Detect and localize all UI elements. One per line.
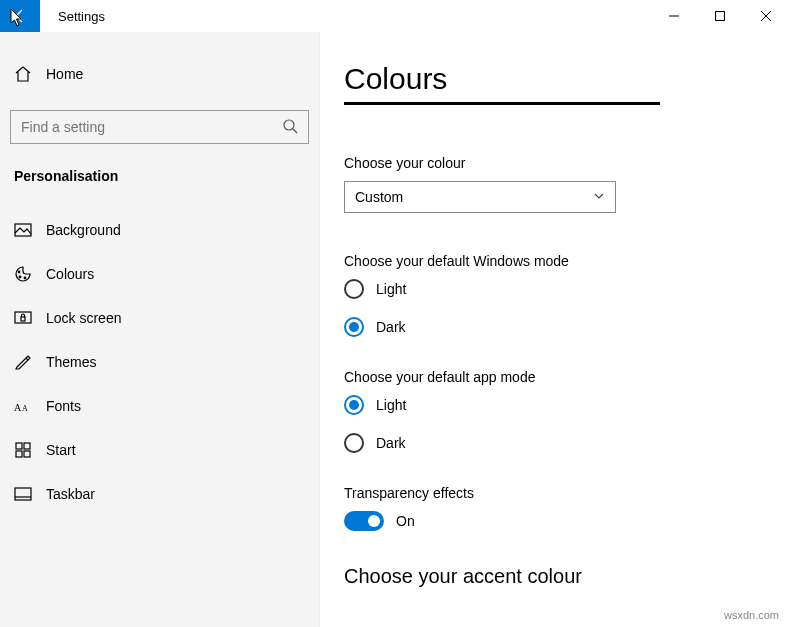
svg-point-7 [18,271,20,273]
category-header: Personalisation [0,168,319,184]
back-button[interactable] [0,0,40,32]
nav-start[interactable]: Start [0,428,319,472]
svg-rect-1 [716,12,725,21]
windows-mode-light[interactable]: Light [344,279,789,299]
app-mode-dark[interactable]: Dark [344,433,789,453]
page-title: Colours [344,62,789,96]
transparency-label: Transparency effects [344,485,789,501]
nav-label: Colours [46,266,94,282]
palette-icon [14,265,32,283]
radio-icon [344,433,364,453]
image-icon [14,221,32,239]
svg-line-5 [293,129,297,133]
app-mode-light[interactable]: Light [344,395,789,415]
search-field[interactable] [21,119,282,135]
title-underline [344,102,660,105]
window-title: Settings [58,9,651,24]
content-pane: Colours Choose your colour Custom Choose… [320,32,789,627]
accent-heading: Choose your accent colour [344,565,789,588]
radio-icon [344,279,364,299]
nav-taskbar[interactable]: Taskbar [0,472,319,516]
search-input[interactable] [10,110,309,144]
nav-lockscreen[interactable]: Lock screen [0,296,319,340]
nav-label: Themes [46,354,97,370]
maximize-button[interactable] [697,0,743,32]
close-button[interactable] [743,0,789,32]
app-mode-label: Choose your default app mode [344,369,789,385]
taskbar-icon [14,485,32,503]
radio-label: Dark [376,319,406,335]
radio-label: Dark [376,435,406,451]
svg-text:A: A [22,404,28,413]
radio-label: Light [376,397,406,413]
theme-icon [14,353,32,371]
choose-colour-label: Choose your colour [344,155,789,171]
nav-label: Fonts [46,398,81,414]
nav-colours[interactable]: Colours [0,252,319,296]
nav-label: Lock screen [46,310,121,326]
windows-mode-label: Choose your default Windows mode [344,253,789,269]
colour-dropdown[interactable]: Custom [344,181,616,213]
window-controls [651,0,789,32]
radio-icon [344,317,364,337]
svg-rect-18 [15,488,31,500]
start-icon [14,441,32,459]
watermark: wsxdn.com [724,609,779,621]
sidebar: Home Personalisation Background Colours [0,32,320,627]
lockscreen-icon [14,309,32,327]
transparency-toggle[interactable]: On [344,511,789,531]
nav-label: Start [46,442,76,458]
home-label: Home [46,66,83,82]
minimize-button[interactable] [651,0,697,32]
nav-fonts[interactable]: AA Fonts [0,384,319,428]
svg-text:A: A [14,402,22,413]
nav-background[interactable]: Background [0,208,319,252]
radio-label: Light [376,281,406,297]
svg-rect-16 [16,451,22,457]
svg-point-8 [19,276,21,278]
svg-rect-17 [24,451,30,457]
radio-icon [344,395,364,415]
nav-themes[interactable]: Themes [0,340,319,384]
svg-point-9 [24,277,26,279]
svg-point-4 [284,120,294,130]
svg-rect-15 [24,443,30,449]
home-icon [14,65,32,83]
windows-mode-dark[interactable]: Dark [344,317,789,337]
toggle-state: On [396,513,415,529]
nav-label: Background [46,222,121,238]
sidebar-home[interactable]: Home [0,52,319,96]
svg-rect-11 [21,317,25,321]
svg-rect-14 [16,443,22,449]
toggle-switch-icon [344,511,384,531]
titlebar: Settings [0,0,789,32]
dropdown-value: Custom [355,189,403,205]
search-icon [282,118,298,137]
nav-label: Taskbar [46,486,95,502]
chevron-down-icon [593,189,605,205]
fonts-icon: AA [14,397,32,415]
